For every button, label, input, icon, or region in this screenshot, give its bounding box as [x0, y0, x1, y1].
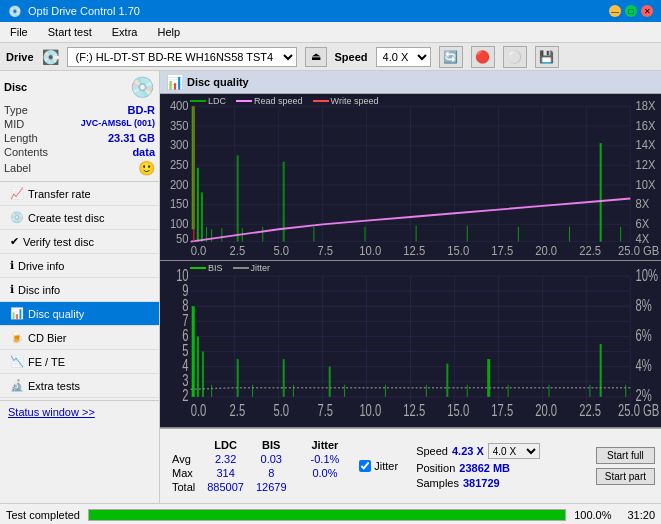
disc-info-icon: ℹ — [10, 283, 14, 296]
svg-text:50: 50 — [176, 231, 189, 246]
nav-cd-bier[interactable]: 🍺 CD Bier — [0, 326, 159, 350]
close-button[interactable]: ✕ — [641, 5, 653, 17]
svg-text:6X: 6X — [635, 216, 649, 231]
svg-text:8X: 8X — [635, 196, 649, 211]
legend-read-speed: Read speed — [236, 96, 303, 106]
progress-bar — [88, 509, 566, 521]
position-value: 23862 MB — [459, 462, 510, 474]
svg-rect-62 — [600, 143, 602, 241]
jitter-label: Jitter — [251, 263, 271, 273]
svg-rect-113 — [237, 359, 239, 397]
svg-text:200: 200 — [170, 177, 189, 192]
samples-row: Samples 381729 — [416, 477, 540, 489]
chart2-svg: 10 9 8 7 6 5 4 3 2 10% 8% 6% 4% 2% 0.0 2… — [160, 261, 661, 427]
svg-text:20.0: 20.0 — [535, 401, 557, 420]
svg-text:5.0: 5.0 — [273, 243, 289, 258]
content-area: 📊 Disc quality LDC Read speed Write spee… — [160, 71, 661, 503]
disc-header: Disc 💿 — [4, 75, 155, 99]
avg-jitter-value: -0.1% — [305, 452, 346, 466]
svg-text:300: 300 — [170, 137, 189, 152]
read-speed-label: Read speed — [254, 96, 303, 106]
disc-quality-header: 📊 Disc quality — [160, 71, 661, 94]
disc-type-value: BD-R — [128, 104, 156, 116]
nav-drive-info-label: Drive info — [18, 260, 64, 272]
verify-test-disc-icon: ✔ — [10, 235, 19, 248]
svg-rect-110 — [192, 306, 195, 397]
svg-text:7.5: 7.5 — [317, 401, 333, 420]
svg-text:10.0: 10.0 — [359, 243, 381, 258]
position-row: Position 23862 MB — [416, 462, 540, 474]
nav-disc-quality-label: Disc quality — [28, 308, 84, 320]
burn-button[interactable]: 🔴 — [471, 46, 495, 68]
disc-section-icon: 💿 — [130, 75, 155, 99]
svg-text:14X: 14X — [635, 137, 656, 152]
svg-rect-55 — [262, 227, 263, 242]
start-part-button[interactable]: Start part — [596, 468, 655, 485]
nav-disc-info[interactable]: ℹ Disc info — [0, 278, 159, 302]
svg-text:12.5: 12.5 — [403, 243, 425, 258]
nav-transfer-rate[interactable]: 📈 Transfer rate — [0, 182, 159, 206]
speed-info-select[interactable]: 4.0 X — [488, 443, 540, 459]
maximize-button[interactable]: □ — [625, 5, 637, 17]
svg-text:2: 2 — [182, 386, 188, 405]
total-ldc-value: 885007 — [201, 480, 250, 494]
chart2-legend: BIS Jitter — [190, 263, 270, 273]
nav-disc-info-label: Disc info — [18, 284, 60, 296]
svg-rect-117 — [487, 359, 490, 397]
svg-rect-111 — [197, 336, 199, 396]
titlebar-controls: — □ ✕ — [609, 5, 653, 17]
fe-te-icon: 📉 — [10, 355, 24, 368]
svg-text:25.0 GB: 25.0 GB — [618, 243, 659, 258]
nav-create-test-disc[interactable]: 💿 Create test disc — [0, 206, 159, 230]
svg-rect-53 — [221, 228, 222, 242]
cd-bier-icon: 🍺 — [10, 331, 24, 344]
svg-text:16X: 16X — [635, 118, 656, 133]
legend-bis: BIS — [190, 263, 223, 273]
nav-drive-info[interactable]: ℹ Drive info — [0, 254, 159, 278]
svg-text:350: 350 — [170, 118, 189, 133]
svg-rect-114 — [283, 359, 285, 397]
svg-text:6%: 6% — [635, 326, 652, 345]
refresh-button[interactable]: 🔄 — [439, 46, 463, 68]
col-bis-header: BIS — [250, 438, 293, 452]
avg-label: Avg — [166, 452, 201, 466]
nav-disc-quality[interactable]: 📊 Disc quality — [0, 302, 159, 326]
stats-area: LDC BIS Jitter Avg 2.32 0.03 -0.1% Max 3… — [160, 428, 661, 503]
main-layout: Disc 💿 Type BD-R MID JVC-AMS6L (001) Len… — [0, 71, 661, 503]
svg-text:10%: 10% — [635, 265, 658, 284]
menu-start-test[interactable]: Start test — [42, 24, 98, 40]
status-window-label[interactable]: Status window >> — [8, 406, 95, 418]
jitter-checkbox-label: Jitter — [374, 460, 398, 472]
drive-select[interactable]: (F:) HL-DT-ST BD-RE WH16NS58 TST4 — [67, 47, 297, 67]
speed-select[interactable]: 4.0 X — [376, 47, 431, 67]
disc-quality-header-icon: 📊 — [166, 74, 183, 90]
nav-verify-test-disc-label: Verify test disc — [23, 236, 94, 248]
svg-text:17.5: 17.5 — [491, 401, 513, 420]
svg-text:15.0: 15.0 — [447, 243, 469, 258]
avg-ldc-value: 2.32 — [201, 452, 250, 466]
svg-text:8%: 8% — [635, 296, 652, 315]
erase-button[interactable]: ⚪ — [503, 46, 527, 68]
svg-text:17.5: 17.5 — [491, 243, 513, 258]
status-text: Test completed — [6, 509, 80, 521]
save-button[interactable]: 💾 — [535, 46, 559, 68]
menu-file[interactable]: File — [4, 24, 34, 40]
bis-color — [190, 267, 206, 269]
svg-text:400: 400 — [170, 98, 189, 113]
eject-button[interactable]: ⏏ — [305, 47, 327, 67]
start-full-button[interactable]: Start full — [596, 447, 655, 464]
sidebar: Disc 💿 Type BD-R MID JVC-AMS6L (001) Len… — [0, 71, 160, 503]
disc-length-label: Length — [4, 132, 38, 144]
menu-extra[interactable]: Extra — [106, 24, 144, 40]
minimize-button[interactable]: — — [609, 5, 621, 17]
jitter-checkbox-row[interactable]: Jitter — [359, 460, 398, 472]
nav-fe-te[interactable]: 📉 FE / TE — [0, 350, 159, 374]
max-label: Max — [166, 466, 201, 480]
nav-extra-tests[interactable]: 🔬 Extra tests — [0, 374, 159, 398]
svg-rect-120 — [252, 385, 253, 397]
sidebar-nav: 📈 Transfer rate 💿 Create test disc ✔ Ver… — [0, 182, 159, 398]
menu-help[interactable]: Help — [151, 24, 186, 40]
nav-verify-test-disc[interactable]: ✔ Verify test disc — [0, 230, 159, 254]
jitter-checkbox[interactable] — [359, 460, 371, 472]
status-window-link[interactable]: Status window >> — [0, 400, 159, 423]
